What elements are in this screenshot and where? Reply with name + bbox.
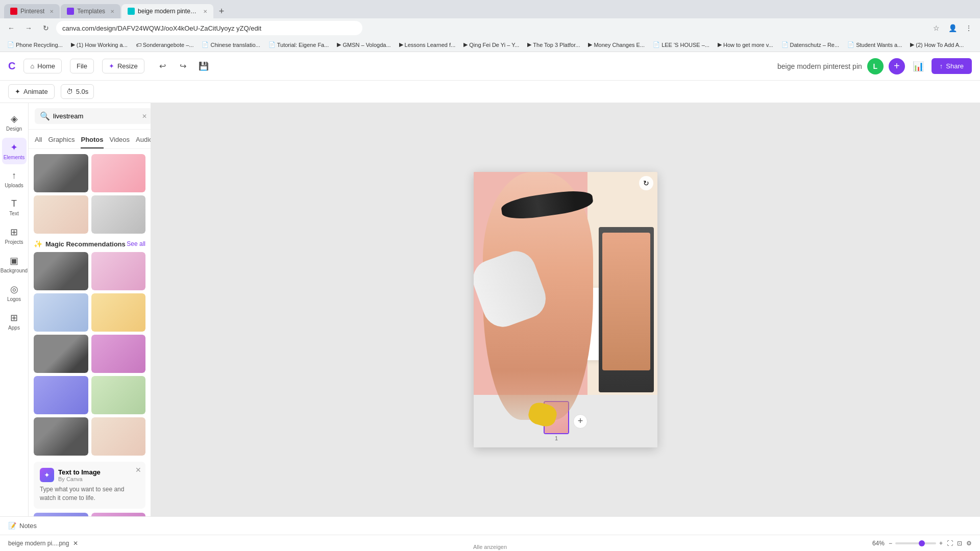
reload-button[interactable]: ↻ <box>39 21 53 35</box>
app-header: C ⌂ Home File ✦ Resize ↩ ↪ 💾 beige moder… <box>0 52 980 81</box>
bookmark-0[interactable]: 📄 Phone Recycling... <box>4 40 66 49</box>
magic-photo-4[interactable] <box>91 293 146 332</box>
forward-button[interactable]: → <box>21 21 36 35</box>
sidebar-item-background[interactable]: ▣ Background <box>2 251 27 278</box>
home-button[interactable]: ⌂ Home <box>23 59 62 73</box>
logos-sidebar-label: Logos <box>7 296 21 302</box>
file-button[interactable]: File <box>70 59 94 73</box>
tab-graphics[interactable]: Graphics <box>48 134 75 148</box>
magic-photo-9[interactable] <box>34 417 88 456</box>
extra-photo-2[interactable] <box>91 513 146 516</box>
tab-close-templates[interactable]: ✕ <box>110 9 114 14</box>
sidebar-item-design[interactable]: ◈ Design <box>2 109 27 136</box>
canva-logo[interactable]: C <box>8 60 15 72</box>
alle-anzeigen[interactable]: Alle anzeigen <box>0 544 980 551</box>
bookmark-2[interactable]: 🏷 Sonderangebote –... <box>133 41 197 49</box>
tab-close-canva[interactable]: ✕ <box>203 9 207 14</box>
sidebar-item-logos[interactable]: ◎ Logos <box>2 280 27 306</box>
projects-sidebar-label: Projects <box>5 239 23 245</box>
resize-icon: ✦ <box>109 62 114 70</box>
tti-close-button[interactable]: ✕ <box>135 466 141 474</box>
tab-videos[interactable]: Videos <box>110 134 130 148</box>
search-clear-button[interactable]: ✕ <box>142 113 147 120</box>
magic-photo-3[interactable] <box>34 293 88 332</box>
sidebar-item-projects[interactable]: ⊞ Projects <box>2 222 27 249</box>
notes-button[interactable]: 📝 Notes <box>8 522 37 530</box>
bookmark-11[interactable]: ▶ How to get more v... <box>715 40 776 49</box>
bookmark-13[interactable]: 📄 Student Wants a... <box>844 40 905 49</box>
bookmark-10[interactable]: 📄 LEE 'S HOUSE –... <box>650 40 713 49</box>
notes-label: Notes <box>19 522 37 530</box>
magic-recommendations-title: ✨ Magic Recommendations <box>34 240 126 248</box>
photo-item-1[interactable] <box>34 154 88 192</box>
add-collaborator-button[interactable]: + <box>889 58 905 74</box>
magic-photo-2[interactable] <box>91 252 146 290</box>
tab-audio[interactable]: Audio <box>136 134 151 148</box>
photo-item-4[interactable] <box>91 195 146 234</box>
animate-button[interactable]: ✦ Animate <box>8 84 55 99</box>
photo-item-3[interactable] <box>34 195 88 234</box>
settings-icon[interactable]: ⋮ <box>962 21 976 35</box>
tab-all[interactable]: All <box>35 134 42 148</box>
see-all-button[interactable]: See all <box>127 240 145 247</box>
canvas-refresh-button[interactable]: ↻ <box>639 176 653 190</box>
thumb-page-num: 1 <box>555 435 558 441</box>
bookmark-4[interactable]: 📄 Tutorial: Eigene Fa... <box>265 40 332 49</box>
bookmark-3[interactable]: 📄 Chinese translatio... <box>199 40 263 49</box>
tab-canva[interactable]: beige modern pinterest pin - ✕ <box>121 4 213 18</box>
profile-icon[interactable]: 👤 <box>945 21 960 35</box>
user-avatar[interactable]: L <box>867 58 884 74</box>
background-sidebar-label: Background <box>1 268 28 273</box>
tti-title-block: Text to Image By Canva <box>58 468 101 482</box>
app-layout: C ⌂ Home File ✦ Resize ↩ ↪ 💾 beige moder… <box>0 52 980 551</box>
photo-item-2[interactable] <box>91 154 146 192</box>
bookmark-8[interactable]: ▶ The Top 3 Platfor... <box>524 40 583 49</box>
resize-label: Resize <box>117 62 138 70</box>
address-input[interactable] <box>56 21 362 35</box>
redo-button[interactable]: ↪ <box>175 58 191 74</box>
share-button[interactable]: ↑ Share <box>932 58 972 74</box>
magic-photo-8[interactable] <box>91 376 146 414</box>
sidebar-item-text[interactable]: T Text <box>2 194 27 220</box>
undo-button[interactable]: ↩ <box>155 58 171 74</box>
bookmark-12[interactable]: 📄 Datenschutz – Re... <box>778 40 843 49</box>
new-tab-button[interactable]: + <box>214 4 229 18</box>
panel-tabs: All Graphics Photos Videos Audio > <box>29 130 151 149</box>
tab-pinterest[interactable]: Pinterest ✕ <box>4 4 60 18</box>
bookmark-1[interactable]: ▶ (1) How Working a... <box>68 40 131 49</box>
main-content: ◈ Design ✦ Elements ↑ Uploads T Text ⊞ P… <box>0 103 980 516</box>
resize-button[interactable]: ✦ Resize <box>102 59 144 73</box>
extra-photo-1[interactable] <box>34 513 88 516</box>
magic-photo-1[interactable] <box>34 252 88 290</box>
back-button[interactable]: ← <box>4 21 18 35</box>
bookmark-icon[interactable]: ☆ <box>929 21 943 35</box>
header-left: C ⌂ Home File ✦ Resize <box>8 59 144 73</box>
bookmark-9[interactable]: ▶ Money Changes E... <box>585 40 648 49</box>
add-page-button[interactable]: + <box>573 414 587 429</box>
tab-pinterest-label: Pinterest <box>20 8 44 15</box>
sidebar-item-elements[interactable]: ✦ Elements <box>2 138 27 164</box>
text-to-image-card: ✕ ✦ Text to Image By Canva Type what you… <box>34 462 145 509</box>
tab-photos[interactable]: Photos <box>81 134 103 148</box>
magic-recommendations-grid <box>34 252 145 456</box>
apps-sidebar-label: Apps <box>8 325 20 331</box>
sidebar-item-uploads[interactable]: ↑ Uploads <box>2 166 27 192</box>
tab-templates[interactable]: Templates ✕ <box>61 4 120 18</box>
bookmark-14[interactable]: ▶ (2) How To Add A... <box>907 40 967 49</box>
sidebar-item-apps[interactable]: ⊞ Apps <box>2 308 27 335</box>
timing-label: 5.0s <box>76 88 89 95</box>
magic-photo-10[interactable] <box>91 417 146 456</box>
tti-title: Text to Image <box>58 468 101 476</box>
bookmark-6[interactable]: ▶ Lessons Learned f... <box>396 40 459 49</box>
magic-photo-6[interactable] <box>91 335 146 373</box>
search-input[interactable] <box>53 112 139 120</box>
tab-close-pinterest[interactable]: ✕ <box>50 9 54 14</box>
stats-icon[interactable]: 📊 <box>910 58 926 74</box>
magic-photo-5[interactable] <box>34 335 88 373</box>
nav-icons-right: ☆ 👤 ⋮ <box>929 21 976 35</box>
bookmark-7[interactable]: ▶ Qing Fei De Yi – Y... <box>460 40 522 49</box>
timing-button[interactable]: ⏱ 5.0s <box>61 84 94 99</box>
bookmark-5[interactable]: ▶ GMSN – Vologda... <box>334 40 394 49</box>
home-icon: ⌂ <box>30 62 34 70</box>
magic-photo-7[interactable] <box>34 376 88 414</box>
